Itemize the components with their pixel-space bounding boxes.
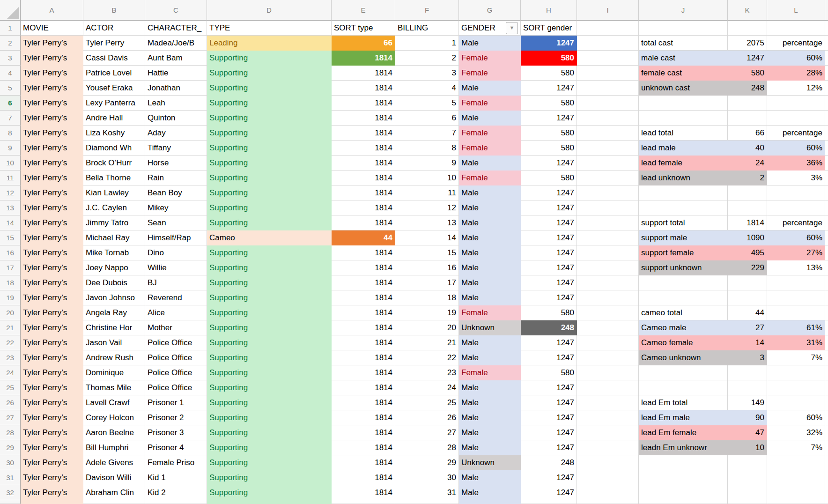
cell-B20[interactable]: Angela Ray bbox=[83, 305, 145, 320]
row-header-5[interactable]: 5 bbox=[0, 81, 21, 96]
cell-D29[interactable]: Supporting bbox=[207, 440, 332, 455]
cell-C19[interactable]: Reverend bbox=[145, 290, 207, 305]
cell-H8[interactable]: 580 bbox=[521, 126, 577, 141]
cell-B16[interactable]: Mike Tornab bbox=[83, 245, 145, 260]
cell-L28[interactable]: 32% bbox=[767, 425, 825, 440]
cell-G1[interactable]: GENDER▼ bbox=[459, 21, 521, 36]
cell-E5[interactable]: 1814 bbox=[332, 81, 395, 96]
cell-L21[interactable]: 61% bbox=[767, 320, 825, 335]
cell-H30[interactable]: 248 bbox=[521, 455, 577, 470]
cell-D14[interactable]: Supporting bbox=[207, 215, 332, 230]
cell-B5[interactable]: Yousef Eraka bbox=[83, 81, 145, 96]
cell-J24[interactable] bbox=[639, 365, 728, 380]
cell-H31[interactable]: 1247 bbox=[521, 470, 577, 485]
cell-F9[interactable]: 8 bbox=[395, 141, 459, 156]
cell-J18[interactable] bbox=[639, 275, 728, 290]
cell-G4[interactable]: Female bbox=[459, 66, 521, 81]
cell-A28[interactable]: Tyler Perry’s bbox=[21, 425, 83, 440]
cell-A11[interactable]: Tyler Perry’s bbox=[21, 170, 83, 185]
cell-D33[interactable] bbox=[207, 500, 332, 504]
cell-B17[interactable]: Joey Nappo bbox=[83, 260, 145, 275]
cell-D15[interactable]: Cameo bbox=[207, 230, 332, 245]
cell-L30[interactable] bbox=[767, 455, 825, 470]
cell-B3[interactable]: Cassi Davis bbox=[83, 51, 145, 66]
row-header-15[interactable]: 15 bbox=[0, 230, 21, 245]
cell-H28[interactable]: 1247 bbox=[521, 425, 577, 440]
cell-E10[interactable]: 1814 bbox=[332, 156, 395, 170]
cell-A19[interactable]: Tyler Perry’s bbox=[21, 290, 83, 305]
column-header-J[interactable]: J bbox=[639, 0, 728, 21]
cell-A22[interactable]: Tyler Perry’s bbox=[21, 335, 83, 350]
cell-L11[interactable]: 3% bbox=[767, 170, 825, 185]
cell-G21[interactable]: Unknown bbox=[459, 320, 521, 335]
cell-J25[interactable] bbox=[639, 380, 728, 395]
cell-B9[interactable]: Diamond Wh bbox=[83, 141, 145, 156]
cell-L29[interactable]: 7% bbox=[767, 440, 825, 455]
cell-K24[interactable] bbox=[728, 365, 767, 380]
cell-J11[interactable]: lead unknown bbox=[639, 170, 728, 185]
cell-B2[interactable]: Tyler Perry bbox=[83, 36, 145, 51]
cell-H17[interactable]: 1247 bbox=[521, 260, 577, 275]
cell-E20[interactable]: 1814 bbox=[332, 305, 395, 320]
cell-H33[interactable] bbox=[521, 500, 577, 504]
row-header-18[interactable]: 18 bbox=[0, 275, 21, 290]
cell-H12[interactable]: 1247 bbox=[521, 185, 577, 200]
cell-J14[interactable]: support total bbox=[639, 215, 728, 230]
cell-A7[interactable]: Tyler Perry’s bbox=[21, 111, 83, 126]
cell-K18[interactable] bbox=[728, 275, 767, 290]
cell-I30[interactable] bbox=[577, 455, 639, 470]
cell-J2[interactable]: total cast bbox=[639, 36, 728, 51]
cell-D21[interactable]: Supporting bbox=[207, 320, 332, 335]
cell-G10[interactable]: Male bbox=[459, 156, 521, 170]
cell-H32[interactable]: 1247 bbox=[521, 485, 577, 500]
cell-G20[interactable]: Female bbox=[459, 305, 521, 320]
cell-C11[interactable]: Rain bbox=[145, 170, 207, 185]
cell-B6[interactable]: Lexy Panterra bbox=[83, 96, 145, 111]
cell-B1[interactable]: ACTOR bbox=[83, 21, 145, 36]
row-header-28[interactable]: 28 bbox=[0, 425, 21, 440]
cell-C14[interactable]: Sean bbox=[145, 215, 207, 230]
cell-C31[interactable]: Kid 1 bbox=[145, 470, 207, 485]
cell-B13[interactable]: J.C. Caylen bbox=[83, 200, 145, 215]
cell-D4[interactable]: Supporting bbox=[207, 66, 332, 81]
cell-G19[interactable]: Male bbox=[459, 290, 521, 305]
cell-H18[interactable]: 1247 bbox=[521, 275, 577, 290]
cell-K3[interactable]: 1247 bbox=[728, 51, 767, 66]
cell-B19[interactable]: Javon Johnso bbox=[83, 290, 145, 305]
cell-D32[interactable]: Supporting bbox=[207, 485, 332, 500]
cell-K25[interactable] bbox=[728, 380, 767, 395]
cell-I13[interactable] bbox=[577, 200, 639, 215]
cell-G29[interactable]: Male bbox=[459, 440, 521, 455]
cell-C26[interactable]: Prisoner 1 bbox=[145, 395, 207, 410]
cell-G18[interactable]: Male bbox=[459, 275, 521, 290]
cell-E32[interactable]: 1814 bbox=[332, 485, 395, 500]
cell-H27[interactable]: 1247 bbox=[521, 410, 577, 425]
cell-E22[interactable]: 1814 bbox=[332, 335, 395, 350]
cell-K26[interactable]: 149 bbox=[728, 395, 767, 410]
cell-I22[interactable] bbox=[577, 335, 639, 350]
cell-K7[interactable] bbox=[728, 111, 767, 126]
cell-K27[interactable]: 90 bbox=[728, 410, 767, 425]
cell-L6[interactable] bbox=[767, 96, 825, 111]
cell-I9[interactable] bbox=[577, 141, 639, 156]
cell-G3[interactable]: Female bbox=[459, 51, 521, 66]
cell-D11[interactable]: Supporting bbox=[207, 170, 332, 185]
cell-L2[interactable]: percentage bbox=[767, 36, 825, 51]
cell-F4[interactable]: 3 bbox=[395, 66, 459, 81]
cell-F15[interactable]: 14 bbox=[395, 230, 459, 245]
row-header-8[interactable]: 8 bbox=[0, 126, 21, 141]
cell-J15[interactable]: support male bbox=[639, 230, 728, 245]
cell-J5[interactable]: unknown cast bbox=[639, 81, 728, 96]
cell-E3[interactable]: 1814 bbox=[332, 51, 395, 66]
column-header-G[interactable]: G bbox=[459, 0, 521, 21]
cell-L27[interactable]: 60% bbox=[767, 410, 825, 425]
cell-K5[interactable]: 248 bbox=[728, 81, 767, 96]
cell-L20[interactable] bbox=[767, 305, 825, 320]
cell-F13[interactable]: 12 bbox=[395, 200, 459, 215]
cell-F16[interactable]: 15 bbox=[395, 245, 459, 260]
row-header-20[interactable]: 20 bbox=[0, 305, 21, 320]
row-header-2[interactable]: 2 bbox=[0, 36, 21, 51]
cell-F29[interactable]: 28 bbox=[395, 440, 459, 455]
row-header-29[interactable]: 29 bbox=[0, 440, 21, 455]
cell-G24[interactable]: Female bbox=[459, 365, 521, 380]
